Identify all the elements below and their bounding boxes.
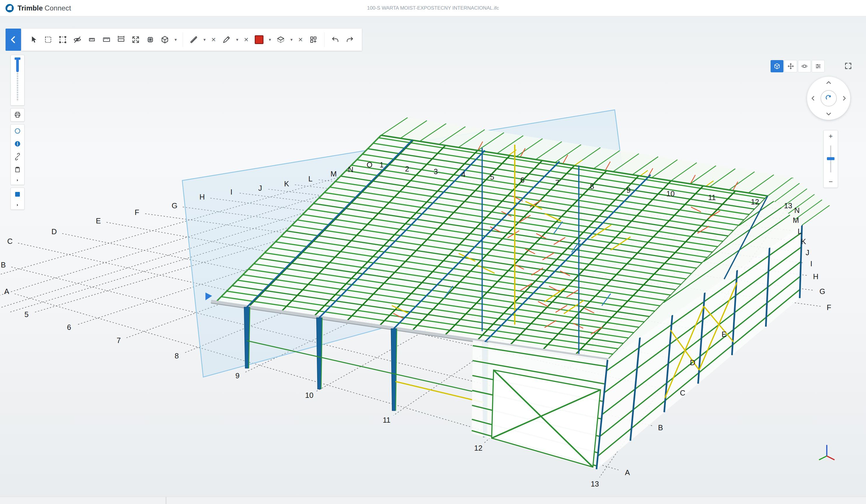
grid-label: N — [348, 165, 353, 173]
grid-label: 4 — [461, 170, 465, 179]
section-plane-tool[interactable] — [274, 32, 287, 48]
sphere-icon — [146, 35, 155, 44]
grid-label: 12 — [474, 444, 482, 452]
circle-icon — [14, 127, 21, 135]
grid-label: 2 — [405, 165, 409, 173]
select-tool[interactable] — [27, 32, 40, 48]
chevron-left-icon — [9, 35, 18, 45]
nav-right-button[interactable] — [839, 93, 849, 103]
square-badge-icon — [14, 190, 21, 198]
snapshot-tool[interactable] — [11, 109, 24, 121]
markup-panel-tool[interactable] — [11, 188, 24, 201]
zoom-out-button[interactable]: − — [824, 176, 838, 188]
view-orientation-tool[interactable] — [158, 32, 171, 48]
fit-to-view-tool[interactable] — [129, 32, 142, 48]
grid-label: 8 — [590, 182, 594, 190]
clear-measurements-button[interactable]: ✕ — [209, 32, 219, 48]
grid-label: G — [171, 202, 177, 210]
markup-color-tool-caret[interactable]: ▾ — [267, 32, 273, 48]
marquee-nodes-icon — [58, 35, 67, 44]
hide-objects-tool[interactable] — [70, 32, 84, 48]
viewport-3d[interactable]: AABBCCDDEEFFGGHHIIJJKKLLMMNNO12345566778… — [0, 0, 866, 504]
clear-sections-button[interactable]: ✕ — [296, 32, 306, 48]
nav-slider-handle[interactable] — [16, 59, 19, 72]
zoom-in-button[interactable]: + — [824, 130, 838, 142]
bottom-panel-divider[interactable] — [166, 497, 166, 504]
nav-left-button[interactable] — [808, 93, 818, 103]
caret-right-icon — [15, 178, 20, 182]
markup-flyout[interactable] — [11, 201, 24, 210]
brand-light: Connect — [45, 4, 71, 12]
dimension-tool[interactable] — [100, 32, 113, 48]
marquee-icon — [44, 35, 53, 44]
cube-icon — [160, 35, 169, 44]
main-toolbar: ▾▾✕▾✕▾▾✕ — [22, 29, 362, 51]
grid-label: F — [826, 303, 831, 312]
left-tool-group — [11, 108, 24, 122]
measurement-tool-caret[interactable]: ▾ — [202, 32, 208, 48]
chevron-left-icon — [825, 80, 832, 86]
nav-down-button[interactable] — [824, 109, 834, 119]
measurement-tool[interactable] — [187, 32, 200, 48]
section-icon — [276, 35, 285, 44]
undo-button[interactable] — [329, 32, 342, 48]
section-plane-tool-caret[interactable]: ▾ — [289, 32, 295, 48]
box-select-tool[interactable] — [42, 32, 55, 48]
expand-icon — [131, 35, 140, 44]
grid-label: F — [135, 208, 140, 216]
look-around-mode-button[interactable] — [798, 60, 811, 72]
markup-tool[interactable] — [220, 32, 233, 48]
grid-label: B — [1, 261, 6, 269]
ruler-angle-icon — [189, 35, 198, 44]
grid-label: N — [794, 206, 799, 214]
ruler-big-icon — [102, 35, 111, 44]
grid-label: B — [658, 424, 663, 432]
more-tools-flyout[interactable] — [11, 176, 24, 184]
clipboard-tool[interactable] — [11, 163, 24, 176]
rotate-ccw-icon — [824, 94, 833, 102]
zoom-slider-handle[interactable] — [827, 157, 834, 160]
measure-label-tool[interactable] — [85, 32, 99, 48]
fullscreen-icon — [844, 61, 853, 70]
grid-label: 10 — [305, 391, 313, 399]
grid-label: E — [722, 330, 726, 338]
navigation-wheel[interactable] — [807, 77, 850, 120]
grid-label: 3 — [434, 167, 438, 176]
bottom-panel-edge — [0, 497, 866, 504]
grid-label: E — [96, 217, 101, 225]
view-orientation-tool-caret[interactable]: ▾ — [173, 32, 179, 48]
chevron-left-icon — [810, 95, 817, 101]
multi-select-tool[interactable] — [56, 32, 69, 48]
undo-icon — [331, 35, 340, 44]
clear-markups-button[interactable]: ✕ — [241, 32, 251, 48]
dim-icon — [117, 35, 125, 44]
trimble-connect-app: AABBCCDDEEFFGGHHIIJJKKLLMMNNO12345566778… — [0, 0, 866, 504]
grid-label: 9 — [626, 186, 631, 194]
left-tool-group — [11, 124, 24, 185]
left-tool-group — [11, 188, 24, 210]
markup-tool-caret[interactable]: ▾ — [234, 32, 240, 48]
model-info-tool[interactable] — [11, 137, 24, 150]
brand[interactable]: TrimbleConnect — [0, 3, 71, 13]
render-mode-tool[interactable] — [144, 32, 157, 48]
top-header: TrimbleConnect 100-S WARTA MOIST-EXPOSTE… — [0, 0, 866, 16]
orbit-mode-button[interactable] — [770, 60, 784, 72]
selection-sphere-tool[interactable] — [11, 125, 24, 137]
edge-dimension-tool[interactable] — [114, 32, 128, 48]
model-settings-tool[interactable] — [307, 32, 320, 48]
fullscreen-button[interactable] — [842, 59, 855, 72]
share-view-tool[interactable] — [11, 150, 24, 163]
clipboard-icon — [14, 166, 21, 173]
camera-settings-button[interactable] — [812, 60, 824, 72]
nav-rotate-center-button[interactable] — [821, 90, 837, 107]
nav-up-button[interactable] — [824, 78, 834, 88]
brand-name: TrimbleConnect — [18, 4, 71, 12]
pan-mode-button[interactable] — [784, 60, 797, 72]
grid-label: 11 — [383, 416, 391, 424]
back-button[interactable] — [5, 29, 21, 51]
grid-label: H — [813, 272, 819, 281]
printer-icon — [14, 111, 21, 119]
markup-color-tool[interactable] — [252, 32, 266, 48]
redo-button[interactable] — [343, 32, 357, 48]
grid-label: C — [7, 237, 13, 245]
